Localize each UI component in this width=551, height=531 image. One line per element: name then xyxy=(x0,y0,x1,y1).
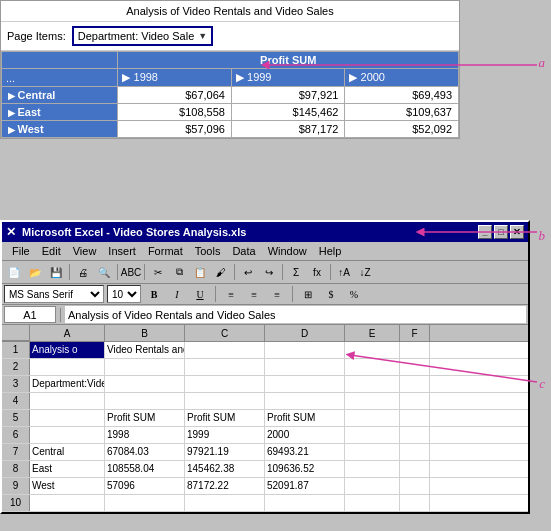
sheet-cell[interactable] xyxy=(185,495,265,511)
col-header-d[interactable]: D xyxy=(265,325,345,341)
menu-item-window[interactable]: Window xyxy=(262,244,313,258)
sheet-cell[interactable] xyxy=(105,359,185,375)
sheet-cell[interactable] xyxy=(30,410,105,426)
sheet-cell[interactable] xyxy=(345,342,400,358)
function-button[interactable]: fx xyxy=(307,263,327,281)
row-header[interactable]: 10 xyxy=(2,495,30,511)
menu-item-insert[interactable]: Insert xyxy=(102,244,142,258)
pivot-row-label[interactable]: Central xyxy=(2,87,118,104)
row-header[interactable]: 2 xyxy=(2,359,30,375)
department-dropdown[interactable]: Department: Video Sale ▼ xyxy=(72,26,214,46)
sheet-cell[interactable]: 67084.03 xyxy=(105,444,185,460)
sheet-cell[interactable]: 1999 xyxy=(185,427,265,443)
sort-asc-button[interactable]: ↑A xyxy=(334,263,354,281)
spell-button[interactable]: ABC xyxy=(121,263,141,281)
sheet-cell[interactable]: Department:Video Sale xyxy=(30,376,105,392)
sheet-cell[interactable] xyxy=(345,495,400,511)
sheet-cell[interactable] xyxy=(345,444,400,460)
sheet-cell[interactable] xyxy=(345,427,400,443)
sheet-cell[interactable] xyxy=(345,359,400,375)
sheet-cell[interactable]: 145462.38 xyxy=(185,461,265,477)
sheet-cell[interactable]: Profit SUM xyxy=(265,410,345,426)
maximize-button[interactable]: □ xyxy=(494,225,508,239)
sheet-cell[interactable] xyxy=(105,495,185,511)
sheet-cell[interactable]: Profit SUM xyxy=(185,410,265,426)
undo-button[interactable]: ↩ xyxy=(238,263,258,281)
sheet-cell[interactable]: West xyxy=(30,478,105,494)
percent-button[interactable]: % xyxy=(344,285,364,303)
sheet-cell[interactable]: 1998 xyxy=(105,427,185,443)
open-button[interactable]: 📂 xyxy=(25,263,45,281)
sheet-cell[interactable] xyxy=(30,495,105,511)
sheet-cell[interactable] xyxy=(105,393,185,409)
sheet-cell[interactable]: 69493.21 xyxy=(265,444,345,460)
sheet-cell[interactable]: 108558.04 xyxy=(105,461,185,477)
year-2000[interactable]: ▶ 2000 xyxy=(345,69,459,87)
sheet-cell[interactable] xyxy=(30,393,105,409)
italic-button[interactable]: I xyxy=(167,285,187,303)
sheet-cell[interactable] xyxy=(105,376,185,392)
row-header[interactable]: 3 xyxy=(2,376,30,392)
cut-button[interactable]: ✂ xyxy=(148,263,168,281)
menu-item-edit[interactable]: Edit xyxy=(36,244,67,258)
row-header[interactable]: 5 xyxy=(2,410,30,426)
bold-button[interactable]: B xyxy=(144,285,164,303)
align-center-button[interactable]: ≡ xyxy=(244,285,264,303)
sheet-cell[interactable]: 97921.19 xyxy=(185,444,265,460)
sheet-cell[interactable] xyxy=(30,359,105,375)
print-button[interactable]: 🖨 xyxy=(73,263,93,281)
sheet-cell[interactable] xyxy=(400,359,430,375)
sheet-cell[interactable] xyxy=(345,461,400,477)
close-button[interactable]: ✕ xyxy=(510,225,524,239)
row-header[interactable]: 6 xyxy=(2,427,30,443)
font-name-select[interactable]: MS Sans Serif xyxy=(4,285,104,303)
sheet-cell[interactable] xyxy=(345,410,400,426)
year-1998[interactable]: ▶ 1998 xyxy=(118,69,232,87)
menu-item-format[interactable]: Format xyxy=(142,244,189,258)
sheet-cell[interactable] xyxy=(400,478,430,494)
sheet-cell[interactable] xyxy=(265,376,345,392)
sheet-cell[interactable]: 57096 xyxy=(105,478,185,494)
sheet-cell[interactable]: East xyxy=(30,461,105,477)
sheet-cell[interactable] xyxy=(400,444,430,460)
row-header[interactable]: 4 xyxy=(2,393,30,409)
formula-input[interactable] xyxy=(65,306,526,323)
new-button[interactable]: 📄 xyxy=(4,263,24,281)
sheet-cell[interactable] xyxy=(400,410,430,426)
row-header[interactable]: 7 xyxy=(2,444,30,460)
sheet-cell[interactable] xyxy=(265,495,345,511)
sheet-cell[interactable]: 109636.52 xyxy=(265,461,345,477)
align-right-button[interactable]: ≡ xyxy=(267,285,287,303)
pivot-row-label[interactable]: West xyxy=(2,121,118,138)
row-header[interactable]: 8 xyxy=(2,461,30,477)
col-header-f[interactable]: F xyxy=(400,325,430,341)
autosum-button[interactable]: Σ xyxy=(286,263,306,281)
sheet-cell[interactable] xyxy=(345,478,400,494)
sheet-cell[interactable] xyxy=(400,376,430,392)
menu-item-view[interactable]: View xyxy=(67,244,103,258)
menu-item-data[interactable]: Data xyxy=(226,244,261,258)
sheet-cell[interactable]: 87172.22 xyxy=(185,478,265,494)
sheet-cell[interactable] xyxy=(265,393,345,409)
currency-button[interactable]: $ xyxy=(321,285,341,303)
merge-center-button[interactable]: ⊞ xyxy=(298,285,318,303)
save-button[interactable]: 💾 xyxy=(46,263,66,281)
underline-button[interactable]: U xyxy=(190,285,210,303)
sheet-cell[interactable]: Profit SUM xyxy=(105,410,185,426)
sheet-cell[interactable]: 2000 xyxy=(265,427,345,443)
sheet-cell[interactable] xyxy=(30,427,105,443)
font-size-select[interactable]: 10 xyxy=(107,285,141,303)
col-header-b[interactable]: B xyxy=(105,325,185,341)
format-painter[interactable]: 🖌 xyxy=(211,263,231,281)
menu-item-help[interactable]: Help xyxy=(313,244,348,258)
minimize-button[interactable]: _ xyxy=(478,225,492,239)
year-1999[interactable]: ▶ 1999 xyxy=(231,69,345,87)
sort-desc-button[interactable]: ↓Z xyxy=(355,263,375,281)
sheet-cell[interactable] xyxy=(400,393,430,409)
sheet-cell[interactable] xyxy=(345,393,400,409)
copy-button[interactable]: ⧉ xyxy=(169,263,189,281)
sheet-cell[interactable] xyxy=(345,376,400,392)
cell-ref-box[interactable]: A1 xyxy=(4,306,56,323)
sheet-cell[interactable] xyxy=(185,376,265,392)
sheet-cell[interactable] xyxy=(400,427,430,443)
